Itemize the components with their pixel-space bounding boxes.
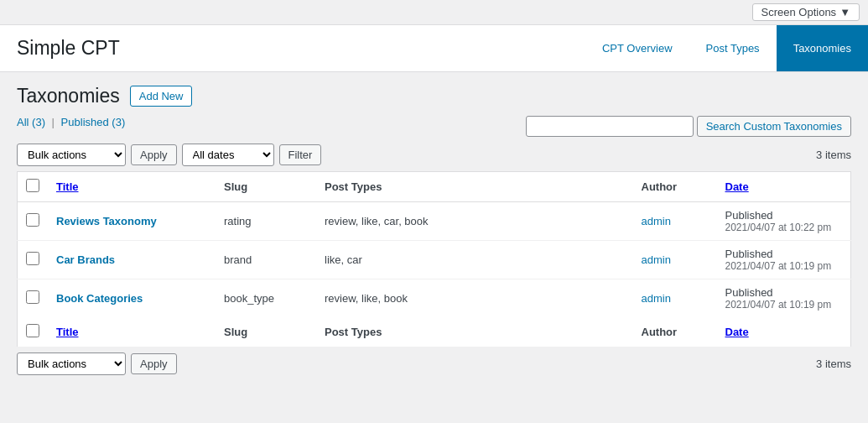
- col-header-slug: Slug: [216, 172, 316, 202]
- row-title: Book Categories: [48, 279, 216, 318]
- col-footer-title[interactable]: Title: [48, 317, 216, 347]
- add-new-button[interactable]: Add New: [130, 86, 193, 107]
- row-slug: rating: [216, 202, 316, 241]
- col-footer-cb: [18, 317, 49, 347]
- nav-tab-cpt-overview[interactable]: CPT Overview: [585, 25, 689, 71]
- col-footer-post-types: Post Types: [316, 317, 633, 347]
- table-row: Reviews Taxonomy rating review, like, ca…: [18, 202, 851, 241]
- row-post-types: like, car: [316, 241, 633, 279]
- nav-tab-taxonomies[interactable]: Taxonomies: [777, 25, 868, 71]
- row-slug: book_type: [216, 279, 316, 318]
- row-date: Published 2021/04/07 at 10:19 pm: [717, 241, 851, 279]
- filter-published-link[interactable]: Published (3): [61, 116, 126, 128]
- search-area: Search Custom Taxonomies: [526, 116, 851, 137]
- row-date-status: Published: [725, 248, 843, 260]
- row-author: admin: [633, 202, 717, 241]
- row-date: Published 2021/04/07 at 10:22 pm: [717, 202, 851, 241]
- col-title-sort-link[interactable]: Title: [56, 180, 79, 193]
- plugin-title: Simple CPT: [0, 25, 585, 71]
- col-footer-author: Author: [633, 317, 717, 347]
- search-button[interactable]: Search Custom Taxonomies: [697, 116, 851, 137]
- row-cb: [18, 241, 49, 279]
- row-title-link[interactable]: Car Brands: [56, 253, 115, 266]
- top-actions-bar: Bulk actions Apply All dates Filter 3 it…: [17, 144, 851, 166]
- row-title: Reviews Taxonomy: [48, 202, 216, 241]
- col-header-cb: [18, 172, 49, 202]
- row-author-link[interactable]: admin: [642, 292, 671, 305]
- table-footer-row: Title Slug Post Types Author Date: [18, 317, 851, 347]
- screen-options-bar: Screen Options ▼: [0, 0, 868, 25]
- screen-options-chevron: ▼: [839, 6, 850, 18]
- col-header-title[interactable]: Title: [48, 172, 216, 202]
- row-author-link[interactable]: admin: [642, 253, 671, 266]
- table-row: Book Categories book_type review, like, …: [18, 279, 851, 318]
- item-count-bottom: 3 items: [816, 358, 851, 370]
- row-slug: brand: [216, 241, 316, 279]
- col-footer-title-sort[interactable]: Title: [56, 326, 79, 338]
- row-title-link[interactable]: Book Categories: [56, 292, 143, 305]
- row-cb: [18, 202, 49, 241]
- plugin-nav: CPT Overview Post Types Taxonomies: [585, 25, 868, 71]
- filter-separator: |: [52, 116, 55, 128]
- row-post-types: review, like, car, book: [316, 202, 633, 241]
- select-all-checkbox-top[interactable]: [26, 179, 39, 192]
- row-post-types: review, like, book: [316, 279, 633, 318]
- filter-all-link[interactable]: All (3): [17, 116, 49, 128]
- page-title: Taxonomies: [17, 85, 120, 107]
- plugin-header: Simple CPT CPT Overview Post Types Taxon…: [0, 25, 868, 72]
- row-author: admin: [633, 241, 717, 279]
- row-date-time: 2021/04/07 at 10:19 pm: [725, 260, 843, 272]
- filter-links: All (3) | Published (3): [17, 116, 125, 128]
- bulk-actions-select-top[interactable]: Bulk actions: [17, 144, 126, 166]
- search-input[interactable]: [526, 116, 694, 137]
- col-header-author: Author: [633, 172, 717, 202]
- row-date-time: 2021/04/07 at 10:19 pm: [725, 299, 843, 311]
- bulk-actions-select-bottom[interactable]: Bulk actions: [17, 352, 126, 375]
- row-checkbox-0[interactable]: [26, 213, 39, 227]
- select-all-checkbox-bottom[interactable]: [26, 324, 39, 337]
- row-checkbox-1[interactable]: [26, 252, 39, 265]
- main-content: Taxonomies Add New All (3) | Published (…: [0, 72, 868, 388]
- table-header-row: Title Slug Post Types Author Date: [18, 172, 851, 202]
- dates-select[interactable]: All dates: [182, 144, 274, 166]
- col-footer-slug: Slug: [216, 317, 316, 347]
- row-title: Car Brands: [48, 241, 216, 279]
- bottom-actions-bar: Bulk actions Apply 3 items: [17, 352, 851, 375]
- taxonomies-table: Title Slug Post Types Author Date Rev: [17, 171, 851, 347]
- row-date-status: Published: [725, 286, 843, 299]
- row-title-link[interactable]: Reviews Taxonomy: [56, 215, 157, 227]
- filter-button[interactable]: Filter: [279, 144, 322, 165]
- row-checkbox-2[interactable]: [26, 290, 39, 304]
- col-footer-date[interactable]: Date: [717, 317, 851, 347]
- col-date-sort-link[interactable]: Date: [725, 180, 749, 193]
- apply-button-top[interactable]: Apply: [131, 144, 177, 165]
- screen-options-button[interactable]: Screen Options ▼: [752, 3, 860, 21]
- row-date: Published 2021/04/07 at 10:19 pm: [717, 279, 851, 318]
- row-date-status: Published: [725, 209, 843, 222]
- col-header-post-types: Post Types: [316, 172, 633, 202]
- row-cb: [18, 279, 49, 318]
- col-footer-date-sort[interactable]: Date: [725, 326, 749, 338]
- row-author: admin: [633, 279, 717, 318]
- col-header-date[interactable]: Date: [717, 172, 851, 202]
- row-date-time: 2021/04/07 at 10:22 pm: [725, 222, 843, 233]
- nav-tab-post-types[interactable]: Post Types: [689, 25, 777, 71]
- item-count-top: 3 items: [816, 149, 851, 161]
- screen-options-label: Screen Options: [761, 6, 837, 18]
- table-row: Car Brands brand like, car admin Publish…: [18, 241, 851, 279]
- page-title-area: Taxonomies Add New: [17, 85, 851, 107]
- apply-button-bottom[interactable]: Apply: [131, 353, 177, 374]
- row-author-link[interactable]: admin: [642, 215, 671, 227]
